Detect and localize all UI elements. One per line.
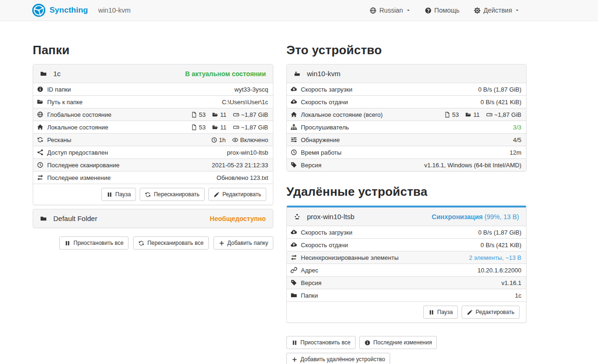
out-of-sync-link[interactable]: 2 элементы, ~13 B: [469, 254, 521, 261]
device-row-uptime: Время работы 12m: [287, 146, 526, 158]
row-label: Скорость отдачи: [301, 242, 348, 249]
folder-default-header[interactable]: Default Folder Необщедоступно: [33, 209, 273, 228]
language-menu[interactable]: Russian: [370, 7, 411, 14]
pause-all-folders-button[interactable]: Приостановить все: [59, 236, 128, 250]
folders-heading: Папки: [33, 43, 273, 57]
folder-row-path: Путь к папке C:\Users\User\1c: [33, 95, 273, 108]
pause-icon: [107, 192, 113, 198]
row-value: 0 B/s (1,87 GiB): [478, 229, 521, 236]
device-title: win10-kvm: [98, 7, 130, 14]
row-value: 0 B/s (1,87 GiB): [478, 86, 521, 93]
pause-folder-button[interactable]: Пауза: [101, 188, 136, 201]
row-label: Последнее изменение: [47, 174, 111, 181]
row-value: prox-win10-ltsb: [227, 149, 268, 156]
pause-all-devices-button[interactable]: Приостановить все: [286, 336, 356, 349]
device-name: win10-kvm: [307, 70, 519, 78]
folder-row-last-scan: Последнее сканирование 2021-05-23 21:12:…: [33, 158, 273, 171]
language-label: Russian: [379, 7, 403, 14]
pause-device-button[interactable]: Пауза: [423, 306, 458, 319]
folder-icon: [291, 292, 297, 299]
device-row-local-state: Локальное состояние (всего) 53 11 ~1,87 …: [287, 108, 526, 121]
remote-row-version: Версия v1.16.1: [287, 276, 526, 289]
folder-icon: [212, 112, 218, 118]
row-label: Ресканы: [47, 136, 71, 143]
device-row-download: Скорость загрузки 0 B/s (1,87 GiB): [287, 83, 526, 95]
add-folder-button[interactable]: Добавить папку: [214, 236, 273, 250]
device-row-version: Версия v1.16.1, Windows (64-bit Intel/AM…: [287, 158, 526, 171]
home-icon: [37, 124, 43, 130]
sitemap-icon: [291, 124, 297, 130]
edit-device-button[interactable]: Редактировать: [462, 306, 520, 319]
syncthing-logo-icon: [32, 3, 46, 17]
this-device-header[interactable]: win10-kvm: [287, 64, 526, 83]
folder-icon: [40, 71, 47, 77]
device-row-upload: Скорость отдачи 0 B/s (421 KiB): [287, 95, 526, 108]
dirs-count: 11: [473, 111, 480, 118]
folder-row-global-state: Глобальное состояние 53 11 ~1,87 GiB: [33, 108, 273, 121]
row-value: wyt33-3yscq: [235, 86, 268, 93]
actions-label: Действия: [484, 7, 512, 14]
home-icon: [291, 111, 297, 118]
help-label: Помощь: [434, 7, 460, 14]
plus-icon: [219, 240, 225, 246]
actions-menu[interactable]: Действия: [474, 7, 520, 14]
folder-details-table: ID папки wyt33-3yscq Путь к папке C:\Use…: [33, 83, 273, 184]
row-label: Скорость отдачи: [301, 99, 348, 106]
pause-icon: [428, 309, 434, 315]
remote-device-footer: Пауза Редактировать: [287, 301, 526, 322]
remote-device-header[interactable]: prox-win10-ltsb Синхронизация (99%, 13 B…: [287, 207, 526, 226]
hdd-device-icon: [294, 71, 300, 77]
chevron-down-icon: [406, 8, 411, 13]
remote-row-upload: Скорость отдачи 0 B/s (421 KiB): [287, 238, 526, 251]
sliders-icon: [291, 136, 297, 143]
pencil-icon: [214, 192, 220, 198]
row-value: 2021-05-23 21:12:33: [212, 162, 268, 169]
folder-footer: Пауза Пересканировать Редактировать: [33, 184, 273, 205]
clock-icon: [37, 162, 43, 168]
row-label: Папки: [301, 292, 318, 299]
exchange-icon: [291, 254, 297, 261]
row-label: Локальное состояние (всего): [301, 111, 383, 118]
help-menu[interactable]: Помощь: [425, 7, 460, 14]
refresh-icon: [138, 240, 144, 246]
globe-icon: [370, 7, 377, 14]
edit-folder-button[interactable]: Редактировать: [208, 188, 266, 201]
folder-icon: [40, 215, 47, 222]
row-label: Адрес: [301, 267, 318, 274]
remote-devices-heading: Удалённые устройства: [286, 185, 527, 199]
row-value: 0 B/s (421 KiB): [481, 242, 521, 249]
gear-icon: [474, 7, 481, 14]
this-device-panel: win10-kvm Скорость загрузки 0 B/s (1,87 …: [286, 64, 527, 171]
size-value: ~1,87 GiB: [494, 111, 521, 118]
file-icon: [444, 112, 450, 118]
recent-changes-button[interactable]: Последние изменения: [359, 336, 437, 349]
row-label: Локальное состояние: [47, 124, 108, 131]
folder-row-id: ID папки wyt33-3yscq: [33, 83, 273, 95]
pause-icon: [292, 340, 298, 346]
folder-1c-header[interactable]: 1c В актуальном состоянии: [33, 64, 273, 83]
hdd-icon: [486, 112, 492, 118]
remote-row-address: Адрес 10.20.1.6:22000: [287, 264, 526, 276]
rescan-all-folders-button[interactable]: Пересканировать все: [133, 236, 208, 250]
remote-row-out-of-sync: Несинхронизированные элементы 2 элементы…: [287, 251, 526, 264]
file-icon: [191, 112, 197, 118]
file-icon: [191, 124, 197, 130]
plus-icon: [292, 357, 298, 363]
device-row-listeners: Прослушиватель 3/3: [287, 121, 526, 133]
device-name: prox-win10-ltsb: [307, 213, 432, 221]
row-value: 0 B/s (421 KiB): [481, 99, 521, 106]
folder-status-badge: В актуальном состоянии: [185, 70, 266, 78]
add-remote-device-button[interactable]: Добавить удалённое устройство: [286, 353, 390, 364]
row-value: Обновлено 123.txt: [217, 174, 268, 181]
row-label: Версия: [301, 162, 321, 169]
pause-icon: [64, 240, 71, 246]
folder-row-last-change: Последнее изменение Обновлено 123.txt: [33, 171, 273, 184]
watch-state: Включено: [240, 136, 268, 143]
row-label: Последнее сканирование: [47, 162, 120, 169]
rescan-folder-button[interactable]: Пересканировать: [140, 188, 205, 201]
syncthing-brand[interactable]: Syncthing: [32, 3, 88, 17]
row-label: Версия: [301, 279, 321, 286]
question-icon: [425, 7, 432, 14]
folder-panel-default: Default Folder Необщедоступно: [33, 209, 273, 228]
folder-open-icon: [37, 99, 43, 105]
